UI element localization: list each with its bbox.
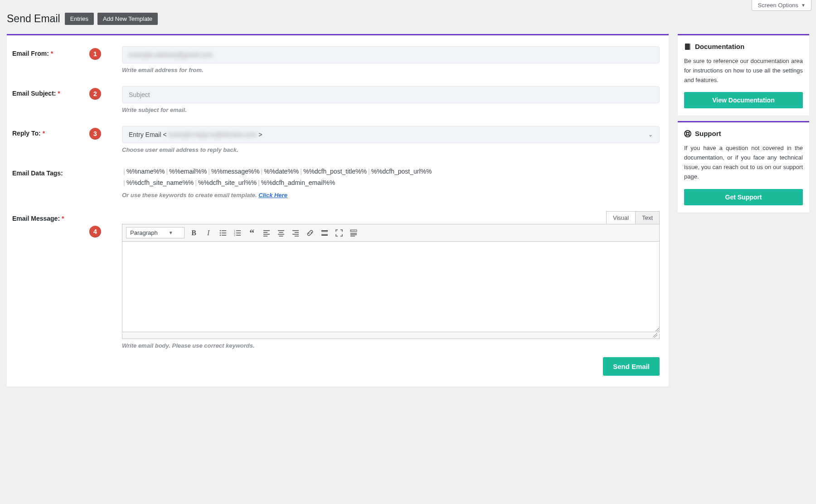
label-email-subject: Email Subject: * xyxy=(12,86,89,97)
data-tag[interactable]: %%dcfh_post_url%% xyxy=(371,168,432,175)
svg-rect-21 xyxy=(295,232,299,233)
svg-rect-33 xyxy=(350,236,355,237)
fullscreen-button[interactable] xyxy=(334,228,344,238)
svg-rect-13 xyxy=(263,232,267,233)
add-new-template-button[interactable]: Add New Template xyxy=(97,13,158,25)
data-tag[interactable]: %%dcfh_admin_email%% xyxy=(261,179,335,186)
label-data-tags: Email Data Tags: xyxy=(12,166,89,177)
annotation-badge-3: 3 xyxy=(89,128,101,140)
lifebuoy-icon xyxy=(684,130,691,137)
svg-rect-18 xyxy=(278,234,284,235)
data-tag[interactable]: %%dcfh_post_title%% xyxy=(303,168,367,175)
svg-rect-12 xyxy=(263,230,270,231)
data-tag[interactable]: %%dcfh_site_name%% xyxy=(126,179,194,186)
svg-text:3: 3 xyxy=(234,234,235,237)
editor-toolbar: Paragraph▼ B I 123 “ xyxy=(122,224,660,242)
click-here-link[interactable]: Click Here xyxy=(258,192,287,199)
label-email-from: Email From: * xyxy=(12,46,89,57)
helper-email-message: Write email body. Please use correct key… xyxy=(122,342,660,349)
bold-button[interactable]: B xyxy=(189,228,199,238)
annotation-badge-2: 2 xyxy=(89,88,101,100)
helper-data-tags: Or use these keywords to create email te… xyxy=(122,192,660,199)
svg-rect-19 xyxy=(279,236,283,237)
link-button[interactable] xyxy=(305,228,315,238)
svg-rect-17 xyxy=(279,232,283,233)
support-box: Support If you have a question not cover… xyxy=(678,121,809,212)
data-tag[interactable]: %%date%% xyxy=(264,168,299,175)
documentation-title: Documentation xyxy=(695,43,744,50)
svg-rect-35 xyxy=(690,44,690,50)
label-email-message: Email Message: * xyxy=(12,211,89,222)
numbered-list-button[interactable]: 123 xyxy=(233,228,243,238)
page-title: Send Email xyxy=(7,13,60,25)
tab-visual[interactable]: Visual xyxy=(606,211,636,224)
svg-rect-24 xyxy=(321,230,328,232)
svg-rect-25 xyxy=(321,233,328,233)
resize-handle[interactable] xyxy=(122,334,660,339)
data-tag[interactable]: %%email%% xyxy=(169,168,207,175)
toolbar-toggle-button[interactable] xyxy=(349,228,359,238)
align-center-button[interactable] xyxy=(276,228,286,238)
support-title: Support xyxy=(695,130,721,137)
svg-point-2 xyxy=(219,233,221,234)
tab-text[interactable]: Text xyxy=(636,211,660,224)
blockquote-button[interactable]: “ xyxy=(247,228,257,238)
svg-rect-5 xyxy=(222,235,226,236)
svg-rect-9 xyxy=(236,233,241,233)
annotation-badge-4: 4 xyxy=(89,226,101,237)
data-tag[interactable]: %%name%% xyxy=(126,168,165,175)
send-email-button[interactable]: Send Email xyxy=(603,357,660,376)
entries-button[interactable]: Entries xyxy=(65,13,94,25)
get-support-button[interactable]: Get Support xyxy=(684,189,803,205)
screen-options-toggle[interactable]: Screen Options ▼ xyxy=(752,0,811,11)
book-icon xyxy=(684,43,691,50)
screen-options-label: Screen Options xyxy=(758,2,798,9)
svg-rect-16 xyxy=(278,230,284,231)
svg-rect-22 xyxy=(292,234,299,235)
data-tags-list: |%%name%%|%%email%%|%%message%%|%%date%%… xyxy=(122,166,660,189)
svg-rect-29 xyxy=(353,230,354,231)
data-tag[interactable]: %%message%% xyxy=(211,168,260,175)
support-text: If you have a question not covered in th… xyxy=(684,144,803,181)
svg-rect-11 xyxy=(236,235,241,236)
helper-email-from: Write email address for from. xyxy=(122,67,660,73)
helper-email-subject: Write subject for email. xyxy=(122,107,660,113)
align-left-button[interactable] xyxy=(262,228,272,238)
view-documentation-button[interactable]: View Documentation xyxy=(684,92,803,108)
align-right-button[interactable] xyxy=(291,228,301,238)
svg-rect-28 xyxy=(351,230,352,231)
documentation-box: Documentation Be sure to reference our d… xyxy=(678,34,809,116)
email-subject-input[interactable] xyxy=(122,86,660,103)
svg-rect-34 xyxy=(685,44,690,50)
svg-rect-14 xyxy=(263,234,270,235)
helper-reply-to: Choose user email address to reply back. xyxy=(122,146,660,153)
documentation-text: Be sure to reference our documentation a… xyxy=(684,57,803,85)
email-message-editor[interactable] xyxy=(122,242,660,332)
format-select[interactable]: Paragraph▼ xyxy=(126,227,185,238)
reply-to-select[interactable]: Entry Email < example-reply-to@domain.co… xyxy=(122,126,660,143)
svg-rect-15 xyxy=(263,236,267,237)
svg-rect-20 xyxy=(292,230,299,231)
svg-point-0 xyxy=(219,230,221,232)
svg-rect-32 xyxy=(350,234,357,235)
caret-down-icon: ▼ xyxy=(801,3,806,8)
svg-point-4 xyxy=(219,235,221,236)
italic-button[interactable]: I xyxy=(204,228,214,238)
svg-rect-1 xyxy=(222,230,226,231)
bullet-list-button[interactable] xyxy=(218,228,228,238)
annotation-badge-1: 1 xyxy=(89,48,101,60)
svg-rect-7 xyxy=(236,230,241,231)
svg-rect-3 xyxy=(222,233,226,233)
svg-rect-23 xyxy=(295,236,299,237)
svg-rect-26 xyxy=(321,234,328,236)
label-reply-to: Reply To: * xyxy=(12,126,89,137)
read-more-button[interactable] xyxy=(320,228,330,238)
email-from-input[interactable]: example.address@gmail.com xyxy=(122,46,660,63)
main-panel: Email From: * 1 example.address@gmail.co… xyxy=(7,34,669,387)
svg-rect-31 xyxy=(350,233,357,234)
svg-rect-30 xyxy=(354,230,355,231)
chevron-down-icon: ⌄ xyxy=(648,131,653,138)
data-tag[interactable]: %%dcfh_site_url%% xyxy=(198,179,257,186)
